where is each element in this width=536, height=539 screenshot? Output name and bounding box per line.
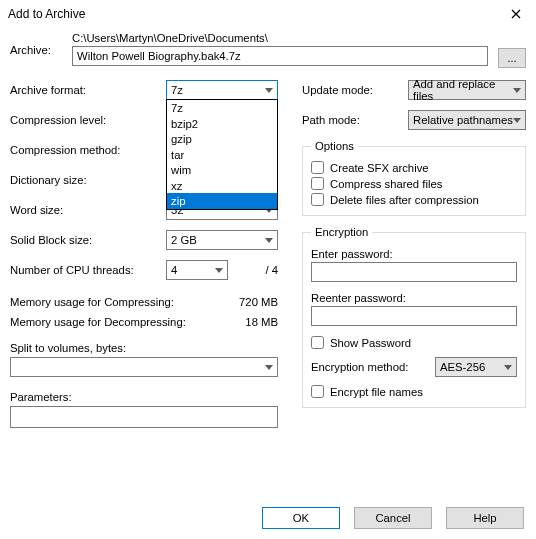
ellipsis-icon: ... bbox=[507, 52, 516, 64]
update-mode-label: Update mode: bbox=[302, 84, 408, 96]
solid-block-size-label: Solid Block size: bbox=[10, 234, 166, 246]
path-mode-label: Path mode: bbox=[302, 114, 408, 126]
compress-shared-checkbox[interactable]: Compress shared files bbox=[311, 177, 517, 190]
format-option-gzip[interactable]: gzip bbox=[167, 131, 277, 147]
options-legend: Options bbox=[311, 140, 358, 152]
split-volumes-label: Split to volumes, bytes: bbox=[10, 342, 278, 354]
update-mode-value: Add and replace files bbox=[413, 78, 513, 102]
parameters-input[interactable] bbox=[10, 406, 278, 428]
cpu-threads-combo[interactable]: 4 bbox=[166, 260, 228, 280]
dictionary-size-label: Dictionary size: bbox=[10, 174, 166, 186]
show-password-checkbox[interactable]: Show Password bbox=[311, 336, 517, 349]
format-option-xz[interactable]: xz bbox=[167, 178, 277, 194]
archive-path-dir: C:\Users\Martyn\OneDrive\Documents\ bbox=[72, 32, 488, 44]
parameters-label: Parameters: bbox=[10, 391, 278, 403]
word-size-label: Word size: bbox=[10, 204, 166, 216]
format-option-tar[interactable]: tar bbox=[167, 147, 277, 163]
encryption-method-combo[interactable]: AES-256 bbox=[435, 357, 517, 377]
cpu-threads-total: / 4 bbox=[238, 264, 278, 276]
format-option-7z[interactable]: 7z bbox=[167, 100, 277, 116]
chevron-down-icon bbox=[513, 88, 521, 93]
help-button[interactable]: Help bbox=[446, 507, 524, 529]
enter-password-label: Enter password: bbox=[311, 248, 517, 260]
mem-decompressing-label: Memory usage for Decompressing: bbox=[10, 316, 186, 328]
encrypt-filenames-checkbox[interactable]: Encrypt file names bbox=[311, 385, 517, 398]
browse-button[interactable]: ... bbox=[498, 48, 526, 68]
archive-format-combo[interactable]: 7z bbox=[166, 80, 278, 100]
chevron-down-icon bbox=[265, 238, 273, 243]
format-option-zip[interactable]: zip bbox=[167, 193, 277, 209]
close-button[interactable] bbox=[496, 0, 536, 28]
path-mode-combo[interactable]: Relative pathnames bbox=[408, 110, 526, 130]
chevron-down-icon bbox=[513, 118, 521, 123]
compression-level-label: Compression level: bbox=[10, 114, 166, 126]
archive-format-dropdown: 7z bzip2 gzip tar wim xz zip bbox=[166, 99, 278, 210]
reenter-password-label: Reenter password: bbox=[311, 292, 517, 304]
compression-method-label: Compression method: bbox=[10, 144, 166, 156]
cancel-button[interactable]: Cancel bbox=[354, 507, 432, 529]
encryption-group: Encryption Enter password: Reenter passw… bbox=[302, 226, 526, 408]
create-sfx-checkbox[interactable]: Create SFX archive bbox=[311, 161, 517, 174]
mem-compressing-label: Memory usage for Compressing: bbox=[10, 296, 174, 308]
solid-block-size-combo[interactable]: 2 GB bbox=[166, 230, 278, 250]
cpu-threads-label: Number of CPU threads: bbox=[10, 264, 166, 276]
path-mode-value: Relative pathnames bbox=[413, 114, 513, 126]
encryption-method-label: Encryption method: bbox=[311, 361, 425, 373]
chevron-down-icon bbox=[504, 365, 512, 370]
ok-button[interactable]: OK bbox=[262, 507, 340, 529]
encryption-legend: Encryption bbox=[311, 226, 372, 238]
enter-password-input[interactable] bbox=[311, 262, 517, 282]
chevron-down-icon bbox=[265, 88, 273, 93]
archive-filename-input[interactable] bbox=[72, 46, 488, 66]
format-option-wim[interactable]: wim bbox=[167, 162, 277, 178]
cpu-threads-value: 4 bbox=[171, 264, 177, 276]
title-bar: Add to Archive bbox=[0, 0, 536, 28]
archive-format-label: Archive format: bbox=[10, 84, 166, 96]
mem-decompressing-value: 18 MB bbox=[245, 316, 278, 328]
archive-label: Archive: bbox=[10, 32, 72, 56]
solid-block-size-value: 2 GB bbox=[171, 234, 197, 246]
chevron-down-icon bbox=[215, 268, 223, 273]
update-mode-combo[interactable]: Add and replace files bbox=[408, 80, 526, 100]
encryption-method-value: AES-256 bbox=[440, 361, 485, 373]
reenter-password-input[interactable] bbox=[311, 306, 517, 326]
format-option-bzip2[interactable]: bzip2 bbox=[167, 116, 277, 132]
split-volumes-combo[interactable] bbox=[10, 357, 278, 377]
options-group: Options Create SFX archive Compress shar… bbox=[302, 140, 526, 216]
delete-after-checkbox[interactable]: Delete files after compression bbox=[311, 193, 517, 206]
chevron-down-icon bbox=[265, 365, 273, 370]
close-icon bbox=[511, 9, 521, 19]
button-bar: OK Cancel Help bbox=[262, 507, 524, 529]
window-title: Add to Archive bbox=[8, 7, 85, 21]
archive-format-value: 7z bbox=[171, 84, 183, 96]
mem-compressing-value: 720 MB bbox=[239, 296, 278, 308]
